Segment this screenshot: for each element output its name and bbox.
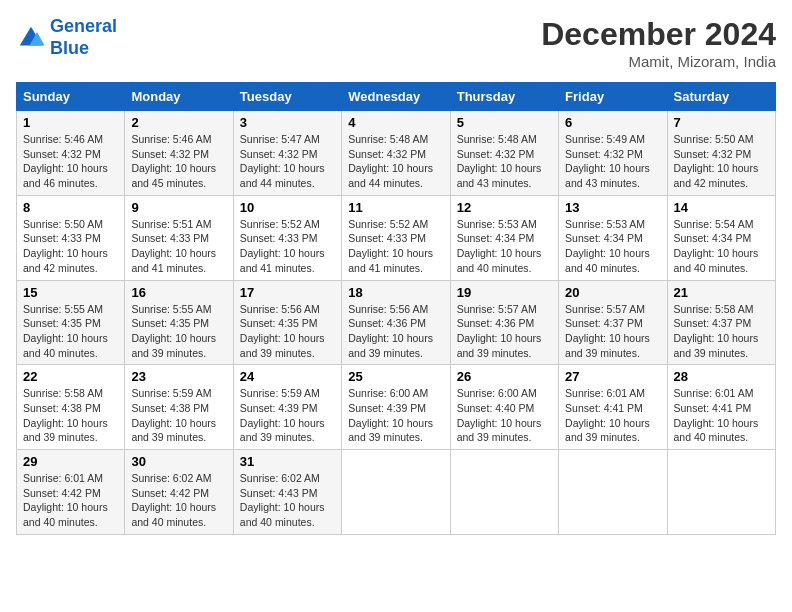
week-row-4: 22 Sunrise: 5:58 AMSunset: 4:38 PMDaylig… — [17, 365, 776, 450]
column-header-friday: Friday — [559, 83, 667, 111]
day-cell: 16 Sunrise: 5:55 AMSunset: 4:35 PMDaylig… — [125, 280, 233, 365]
day-number: 3 — [240, 115, 335, 130]
column-header-monday: Monday — [125, 83, 233, 111]
day-info: Sunrise: 5:57 AMSunset: 4:36 PMDaylight:… — [457, 303, 542, 359]
day-cell: 10 Sunrise: 5:52 AMSunset: 4:33 PMDaylig… — [233, 195, 341, 280]
day-cell — [559, 450, 667, 535]
day-cell: 11 Sunrise: 5:52 AMSunset: 4:33 PMDaylig… — [342, 195, 450, 280]
day-info: Sunrise: 5:56 AMSunset: 4:36 PMDaylight:… — [348, 303, 433, 359]
day-info: Sunrise: 5:57 AMSunset: 4:37 PMDaylight:… — [565, 303, 650, 359]
day-cell: 25 Sunrise: 6:00 AMSunset: 4:39 PMDaylig… — [342, 365, 450, 450]
day-number: 7 — [674, 115, 769, 130]
day-number: 24 — [240, 369, 335, 384]
day-number: 16 — [131, 285, 226, 300]
logo: General Blue — [16, 16, 117, 59]
day-info: Sunrise: 6:01 AMSunset: 4:42 PMDaylight:… — [23, 472, 108, 528]
day-number: 17 — [240, 285, 335, 300]
day-info: Sunrise: 6:02 AMSunset: 4:42 PMDaylight:… — [131, 472, 216, 528]
day-number: 21 — [674, 285, 769, 300]
day-number: 5 — [457, 115, 552, 130]
day-info: Sunrise: 5:59 AMSunset: 4:39 PMDaylight:… — [240, 387, 325, 443]
day-cell: 27 Sunrise: 6:01 AMSunset: 4:41 PMDaylig… — [559, 365, 667, 450]
week-row-5: 29 Sunrise: 6:01 AMSunset: 4:42 PMDaylig… — [17, 450, 776, 535]
day-number: 31 — [240, 454, 335, 469]
day-cell: 17 Sunrise: 5:56 AMSunset: 4:35 PMDaylig… — [233, 280, 341, 365]
day-info: Sunrise: 5:49 AMSunset: 4:32 PMDaylight:… — [565, 133, 650, 189]
day-number: 20 — [565, 285, 660, 300]
logo-text: General Blue — [50, 16, 117, 59]
day-info: Sunrise: 5:54 AMSunset: 4:34 PMDaylight:… — [674, 218, 759, 274]
day-number: 23 — [131, 369, 226, 384]
day-number: 2 — [131, 115, 226, 130]
column-header-wednesday: Wednesday — [342, 83, 450, 111]
day-number: 18 — [348, 285, 443, 300]
day-cell: 5 Sunrise: 5:48 AMSunset: 4:32 PMDayligh… — [450, 111, 558, 196]
column-header-tuesday: Tuesday — [233, 83, 341, 111]
day-cell: 6 Sunrise: 5:49 AMSunset: 4:32 PMDayligh… — [559, 111, 667, 196]
logo-line2: Blue — [50, 38, 89, 58]
day-info: Sunrise: 5:59 AMSunset: 4:38 PMDaylight:… — [131, 387, 216, 443]
logo-icon — [16, 23, 46, 53]
day-info: Sunrise: 5:47 AMSunset: 4:32 PMDaylight:… — [240, 133, 325, 189]
day-cell: 28 Sunrise: 6:01 AMSunset: 4:41 PMDaylig… — [667, 365, 775, 450]
day-cell: 31 Sunrise: 6:02 AMSunset: 4:43 PMDaylig… — [233, 450, 341, 535]
day-cell: 24 Sunrise: 5:59 AMSunset: 4:39 PMDaylig… — [233, 365, 341, 450]
day-info: Sunrise: 5:55 AMSunset: 4:35 PMDaylight:… — [23, 303, 108, 359]
day-cell: 19 Sunrise: 5:57 AMSunset: 4:36 PMDaylig… — [450, 280, 558, 365]
title-block: December 2024 Mamit, Mizoram, India — [541, 16, 776, 70]
day-cell: 1 Sunrise: 5:46 AMSunset: 4:32 PMDayligh… — [17, 111, 125, 196]
day-info: Sunrise: 5:48 AMSunset: 4:32 PMDaylight:… — [457, 133, 542, 189]
day-info: Sunrise: 5:46 AMSunset: 4:32 PMDaylight:… — [131, 133, 216, 189]
day-number: 4 — [348, 115, 443, 130]
day-cell: 15 Sunrise: 5:55 AMSunset: 4:35 PMDaylig… — [17, 280, 125, 365]
day-number: 8 — [23, 200, 118, 215]
calendar-table: SundayMondayTuesdayWednesdayThursdayFrid… — [16, 82, 776, 535]
day-cell: 18 Sunrise: 5:56 AMSunset: 4:36 PMDaylig… — [342, 280, 450, 365]
day-info: Sunrise: 5:52 AMSunset: 4:33 PMDaylight:… — [348, 218, 433, 274]
day-info: Sunrise: 6:02 AMSunset: 4:43 PMDaylight:… — [240, 472, 325, 528]
day-info: Sunrise: 5:48 AMSunset: 4:32 PMDaylight:… — [348, 133, 433, 189]
day-number: 22 — [23, 369, 118, 384]
day-cell: 22 Sunrise: 5:58 AMSunset: 4:38 PMDaylig… — [17, 365, 125, 450]
page-header: General Blue December 2024 Mamit, Mizora… — [16, 16, 776, 70]
day-info: Sunrise: 5:46 AMSunset: 4:32 PMDaylight:… — [23, 133, 108, 189]
day-info: Sunrise: 6:01 AMSunset: 4:41 PMDaylight:… — [565, 387, 650, 443]
column-header-saturday: Saturday — [667, 83, 775, 111]
day-number: 14 — [674, 200, 769, 215]
day-number: 27 — [565, 369, 660, 384]
day-number: 28 — [674, 369, 769, 384]
day-cell: 7 Sunrise: 5:50 AMSunset: 4:32 PMDayligh… — [667, 111, 775, 196]
day-cell: 2 Sunrise: 5:46 AMSunset: 4:32 PMDayligh… — [125, 111, 233, 196]
day-number: 30 — [131, 454, 226, 469]
day-cell: 29 Sunrise: 6:01 AMSunset: 4:42 PMDaylig… — [17, 450, 125, 535]
day-cell: 14 Sunrise: 5:54 AMSunset: 4:34 PMDaylig… — [667, 195, 775, 280]
day-number: 11 — [348, 200, 443, 215]
day-number: 13 — [565, 200, 660, 215]
day-info: Sunrise: 6:00 AMSunset: 4:39 PMDaylight:… — [348, 387, 433, 443]
header-row: SundayMondayTuesdayWednesdayThursdayFrid… — [17, 83, 776, 111]
week-row-2: 8 Sunrise: 5:50 AMSunset: 4:33 PMDayligh… — [17, 195, 776, 280]
day-number: 26 — [457, 369, 552, 384]
day-info: Sunrise: 5:58 AMSunset: 4:37 PMDaylight:… — [674, 303, 759, 359]
day-cell: 13 Sunrise: 5:53 AMSunset: 4:34 PMDaylig… — [559, 195, 667, 280]
day-number: 1 — [23, 115, 118, 130]
day-cell — [450, 450, 558, 535]
day-cell: 23 Sunrise: 5:59 AMSunset: 4:38 PMDaylig… — [125, 365, 233, 450]
day-info: Sunrise: 5:51 AMSunset: 4:33 PMDaylight:… — [131, 218, 216, 274]
day-number: 9 — [131, 200, 226, 215]
day-cell: 3 Sunrise: 5:47 AMSunset: 4:32 PMDayligh… — [233, 111, 341, 196]
logo-line1: General — [50, 16, 117, 36]
day-cell: 4 Sunrise: 5:48 AMSunset: 4:32 PMDayligh… — [342, 111, 450, 196]
day-cell: 8 Sunrise: 5:50 AMSunset: 4:33 PMDayligh… — [17, 195, 125, 280]
day-cell: 9 Sunrise: 5:51 AMSunset: 4:33 PMDayligh… — [125, 195, 233, 280]
day-info: Sunrise: 5:56 AMSunset: 4:35 PMDaylight:… — [240, 303, 325, 359]
day-cell: 30 Sunrise: 6:02 AMSunset: 4:42 PMDaylig… — [125, 450, 233, 535]
day-number: 25 — [348, 369, 443, 384]
day-cell: 26 Sunrise: 6:00 AMSunset: 4:40 PMDaylig… — [450, 365, 558, 450]
day-number: 19 — [457, 285, 552, 300]
day-info: Sunrise: 5:50 AMSunset: 4:32 PMDaylight:… — [674, 133, 759, 189]
month-title: December 2024 — [541, 16, 776, 53]
day-cell: 21 Sunrise: 5:58 AMSunset: 4:37 PMDaylig… — [667, 280, 775, 365]
day-info: Sunrise: 5:50 AMSunset: 4:33 PMDaylight:… — [23, 218, 108, 274]
day-info: Sunrise: 5:55 AMSunset: 4:35 PMDaylight:… — [131, 303, 216, 359]
